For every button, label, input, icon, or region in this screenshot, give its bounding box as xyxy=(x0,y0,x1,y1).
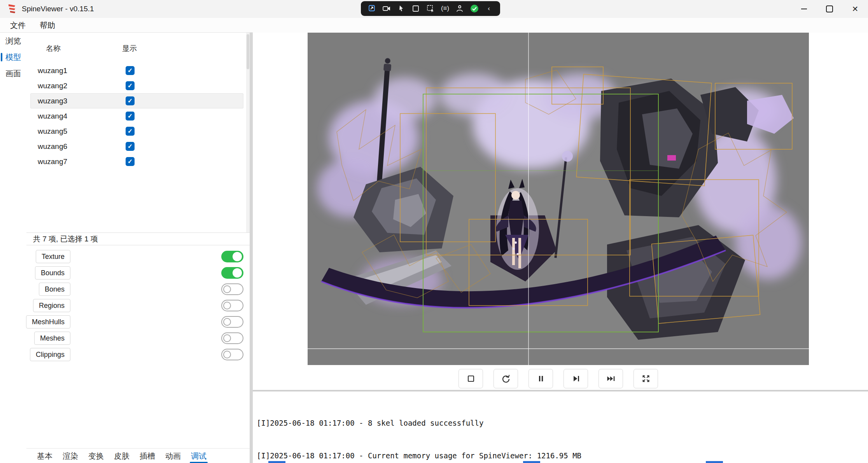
menu-file[interactable]: 文件 xyxy=(10,20,26,31)
property-tab-bar: 基本 渲染 变换 皮肤 插槽 动画 调试 xyxy=(26,448,250,463)
frame-icon[interactable] xyxy=(410,2,422,15)
toggle-label-bones: Bones xyxy=(39,283,70,296)
meshhulls-toggle[interactable] xyxy=(221,316,243,328)
camera-icon[interactable] xyxy=(380,2,393,15)
meshes-toggle[interactable] xyxy=(221,332,243,344)
panel-splitter[interactable] xyxy=(250,33,253,463)
tab-slot[interactable]: 插槽 xyxy=(135,449,160,463)
toggle-knob xyxy=(223,302,231,309)
tab-animation[interactable]: 动画 xyxy=(160,449,186,463)
table-row[interactable]: wuzang1 xyxy=(30,63,243,78)
capture-toolbar: (≡) ‹ xyxy=(361,1,500,16)
fullscreen-button[interactable] xyxy=(634,369,658,388)
table-row[interactable]: wuzang5 xyxy=(30,124,243,139)
region-select-icon[interactable] xyxy=(424,2,437,15)
active-tab-indicator xyxy=(1,53,2,61)
titlebar: SpineViewer - v0.15.1 xyxy=(0,0,868,18)
tab-label: 插槽 xyxy=(140,452,155,460)
spine-viewport[interactable] xyxy=(308,33,809,365)
table-row[interactable]: wuzang7 xyxy=(30,154,243,169)
side-tab-screen[interactable]: 画面 xyxy=(0,65,26,82)
model-panel: 名称 显示 wuzang1 wuzang2 wuzang3 wuzang4 xyxy=(26,33,250,463)
show-checkbox[interactable] xyxy=(126,157,135,166)
tab-label: 动画 xyxy=(165,452,181,460)
toggle-knob xyxy=(233,252,242,261)
side-tab-browse[interactable]: 浏览 xyxy=(0,33,26,49)
side-tab-model[interactable]: 模型 xyxy=(0,49,26,65)
show-checkbox[interactable] xyxy=(126,81,135,90)
bones-toggle[interactable] xyxy=(221,283,243,295)
close-icon: ✕ xyxy=(852,5,859,13)
cursor-icon[interactable] xyxy=(395,2,408,15)
table-row[interactable]: wuzang4 xyxy=(30,108,243,124)
playback-controls xyxy=(308,369,809,388)
taskbar-sliver xyxy=(706,461,723,463)
model-name: wuzang6 xyxy=(38,142,67,151)
side-tab-strip: 浏览 模型 画面 xyxy=(0,33,26,463)
tab-debug[interactable]: 调试 xyxy=(186,449,212,463)
window-controls: ✕ xyxy=(791,0,868,18)
menu-help[interactable]: 帮助 xyxy=(40,20,55,31)
toggle-row: Meshes xyxy=(26,330,250,346)
toggle-row: MeshHulls xyxy=(26,314,250,330)
tab-skin[interactable]: 皮肤 xyxy=(109,449,135,463)
game-capture-icon[interactable] xyxy=(366,2,378,15)
toggle-label-regions: Regions xyxy=(33,299,70,312)
model-list-header: 名称 显示 xyxy=(26,39,250,57)
tab-basic[interactable]: 基本 xyxy=(32,449,58,463)
spine-render xyxy=(308,33,809,365)
maximize-button[interactable] xyxy=(817,0,842,18)
maximize-icon xyxy=(826,5,833,12)
toggle-label-meshhulls: MeshHulls xyxy=(26,315,70,328)
table-row[interactable]: wuzang6 xyxy=(30,139,243,154)
tab-label: 调试 xyxy=(191,452,206,460)
toggle-knob xyxy=(223,318,231,326)
step-forward-icon xyxy=(571,374,581,384)
tab-label: 变换 xyxy=(88,452,104,460)
log-divider xyxy=(253,390,868,391)
menu-pill-icon[interactable]: (≡) xyxy=(439,2,452,15)
show-checkbox[interactable] xyxy=(126,142,135,151)
model-rows: wuzang1 wuzang2 wuzang3 wuzang4 wuzang5 xyxy=(30,63,243,169)
show-checkbox[interactable] xyxy=(126,66,135,75)
clippings-toggle[interactable] xyxy=(221,349,243,360)
skip-forward-button[interactable] xyxy=(598,369,623,388)
regions-toggle[interactable] xyxy=(221,300,243,311)
table-row[interactable]: wuzang2 xyxy=(30,78,243,93)
tab-transform[interactable]: 变换 xyxy=(83,449,109,463)
viewer-area: [I]2025-06-18 01:17:00 - 8 skel loaded s… xyxy=(253,33,868,463)
table-row[interactable]: wuzang3 xyxy=(30,93,243,108)
model-name: wuzang5 xyxy=(38,127,67,136)
toggle-row: Texture xyxy=(26,248,250,265)
bounds-toggle[interactable] xyxy=(221,267,243,279)
accessibility-icon[interactable] xyxy=(453,2,466,15)
scrollbar-thumb[interactable] xyxy=(247,34,249,69)
window-title: SpineViewer - v0.15.1 xyxy=(22,5,94,13)
model-name: wuzang3 xyxy=(38,97,67,105)
pause-button[interactable] xyxy=(528,369,553,388)
tab-render[interactable]: 渲染 xyxy=(58,449,83,463)
collapse-chevron-icon[interactable]: ‹ xyxy=(483,2,495,15)
toggle-label-meshes: Meshes xyxy=(34,332,70,345)
close-button[interactable]: ✕ xyxy=(842,0,868,18)
minimize-button[interactable] xyxy=(791,0,817,18)
side-tab-label: 画面 xyxy=(5,68,21,79)
column-header-show: 显示 xyxy=(122,44,137,54)
status-check-icon[interactable] xyxy=(468,2,481,15)
show-checkbox[interactable] xyxy=(126,112,135,121)
list-scrollbar[interactable] xyxy=(246,33,250,232)
step-forward-button[interactable] xyxy=(564,369,588,388)
model-name: wuzang4 xyxy=(38,112,67,121)
toggle-knob xyxy=(223,351,231,358)
toggle-label-bounds: Bounds xyxy=(35,266,70,280)
texture-toggle[interactable] xyxy=(221,251,243,262)
show-checkbox[interactable] xyxy=(126,127,135,136)
fullscreen-icon xyxy=(641,374,651,384)
log-output: [I]2025-06-18 01:17:00 - 8 skel loaded s… xyxy=(257,396,581,463)
toggle-label-texture: Texture xyxy=(36,250,70,263)
stop-button[interactable] xyxy=(458,369,483,388)
show-checkbox[interactable] xyxy=(126,96,135,105)
toggle-row: Clippings xyxy=(26,346,250,363)
toggle-row: Regions xyxy=(26,297,250,314)
reset-button[interactable] xyxy=(494,369,518,388)
